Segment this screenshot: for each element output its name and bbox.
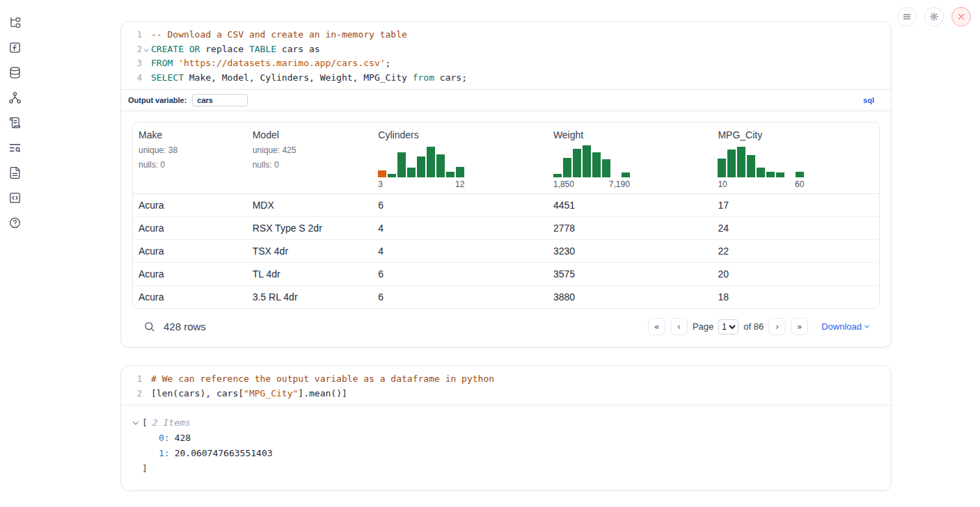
table-cell: 2778 bbox=[548, 217, 713, 239]
output-tree: [ 2 Items 0: 428 1: 20.060747663551403 ] bbox=[121, 405, 891, 490]
weight-histogram: 1,8507,190 bbox=[553, 145, 630, 189]
datasources-icon[interactable] bbox=[7, 65, 22, 80]
help-icon[interactable] bbox=[7, 215, 22, 230]
column-header-mpg-city[interactable]: MPG_City 1060 bbox=[712, 122, 879, 193]
search-icon[interactable] bbox=[143, 321, 155, 332]
histogram-bar bbox=[553, 174, 562, 177]
histogram-bar bbox=[727, 150, 736, 177]
table-cell: 6 bbox=[372, 263, 548, 285]
table-cell: 3575 bbox=[548, 263, 713, 285]
last-page-button[interactable]: » bbox=[791, 318, 808, 335]
table-cell: RSX Type S 2dr bbox=[247, 217, 373, 239]
pagination: « ‹ Page 1 of 86 › » Download bbox=[648, 318, 869, 335]
download-button[interactable]: Download bbox=[821, 321, 869, 332]
histogram-bar bbox=[573, 149, 581, 177]
cylinders-histogram: 312 bbox=[378, 145, 464, 189]
histogram-bar bbox=[378, 170, 386, 177]
line-number: 3 bbox=[121, 56, 142, 71]
table-cell: 20 bbox=[712, 263, 879, 285]
histogram-bar bbox=[592, 152, 601, 177]
histogram-bar bbox=[563, 158, 571, 177]
column-header-model[interactable]: Model unique: 425 nulls: 0 bbox=[247, 122, 373, 193]
histogram-min-label: 1,850 bbox=[553, 179, 574, 189]
table-cell: 24 bbox=[712, 217, 879, 239]
file-tree-icon[interactable] bbox=[7, 15, 22, 30]
table-footer: 428 rows « ‹ Page 1 of 86 › » Download bbox=[132, 309, 880, 347]
next-page-button[interactable]: › bbox=[768, 318, 786, 335]
documentation-icon[interactable] bbox=[7, 165, 22, 180]
sidebar bbox=[0, 0, 29, 507]
table-cell: 6 bbox=[372, 194, 548, 216]
scratchpad-icon[interactable] bbox=[7, 40, 22, 55]
table-cell: 22 bbox=[712, 240, 879, 262]
gear-icon bbox=[929, 12, 939, 22]
prev-page-button[interactable]: ‹ bbox=[670, 318, 688, 335]
python-code[interactable]: 1# We can reference the output variable … bbox=[121, 366, 891, 405]
table-cell: 3.5 RL 4dr bbox=[247, 286, 373, 308]
dependency-graph-icon[interactable] bbox=[7, 90, 22, 105]
histogram-bar bbox=[436, 154, 445, 177]
histogram-bar bbox=[417, 156, 425, 177]
table-cell: 4451 bbox=[548, 194, 713, 216]
fold-chevron-icon[interactable] bbox=[144, 47, 148, 51]
menu-button[interactable] bbox=[897, 7, 917, 26]
column-header-cylinders[interactable]: Cylinders 312 bbox=[372, 122, 548, 193]
tree-entry: 0: 428 bbox=[134, 430, 880, 446]
line-number: 2 bbox=[121, 387, 142, 401]
output-variable-row: Output variable: sql bbox=[121, 89, 891, 111]
table-row[interactable]: AcuraTL 4dr6357520 bbox=[133, 263, 879, 286]
menu-icon bbox=[902, 12, 912, 22]
close-bracket: ] bbox=[142, 461, 148, 476]
table-output: Make unique: 38 nulls: 0 Model unique: 4… bbox=[121, 111, 891, 347]
page-total: of 86 bbox=[743, 321, 764, 332]
close-button[interactable] bbox=[951, 7, 971, 26]
sql-code[interactable]: 1-- Download a CSV and create an in-memo… bbox=[121, 22, 891, 89]
python-editor[interactable]: 1# We can reference the output variable … bbox=[121, 366, 891, 405]
line-number: 2 bbox=[121, 42, 142, 57]
histogram-bar bbox=[456, 167, 464, 177]
histogram-bar bbox=[766, 172, 775, 177]
page-select[interactable]: 1 bbox=[718, 319, 738, 335]
table-cell: 18 bbox=[712, 286, 879, 308]
table-row[interactable]: AcuraMDX6445117 bbox=[133, 194, 879, 217]
histogram-min-label: 10 bbox=[718, 179, 727, 189]
table-cell: 17 bbox=[712, 194, 879, 216]
line-number: 4 bbox=[121, 71, 142, 86]
settings-button[interactable] bbox=[924, 7, 944, 26]
table-of-contents-search-icon[interactable] bbox=[7, 140, 22, 155]
line-number: 1 bbox=[121, 28, 142, 42]
table-cell: 4 bbox=[372, 240, 548, 262]
data-table: Make unique: 38 nulls: 0 Model unique: 4… bbox=[132, 122, 880, 309]
histogram-bar bbox=[622, 172, 630, 177]
table-cell: 6 bbox=[372, 286, 548, 308]
sql-editor[interactable]: 1-- Download a CSV and create an in-memo… bbox=[121, 22, 891, 111]
column-header-weight[interactable]: Weight 1,8507,190 bbox=[548, 122, 713, 193]
histogram-bar bbox=[602, 159, 610, 177]
output-variable-label: Output variable: bbox=[128, 96, 187, 104]
sql-cell: 1-- Download a CSV and create an in-memo… bbox=[120, 21, 892, 348]
first-page-button[interactable]: « bbox=[648, 318, 665, 335]
mpg-city-histogram: 1060 bbox=[718, 145, 804, 189]
table-cell: Acura bbox=[133, 286, 247, 308]
language-badge: sql bbox=[863, 96, 874, 104]
histogram-max-label: 60 bbox=[795, 179, 804, 189]
table-row[interactable]: Acura3.5 RL 4dr6388018 bbox=[133, 286, 879, 308]
table-body: AcuraMDX6445117AcuraRSX Type S 2dr427782… bbox=[133, 194, 879, 308]
table-cell: Acura bbox=[133, 240, 247, 262]
notebook: 1-- Download a CSV and create an in-memo… bbox=[120, 21, 892, 491]
histogram-bar bbox=[583, 145, 591, 177]
table-row[interactable]: AcuraTSX 4dr4323022 bbox=[133, 240, 879, 263]
collapse-chevron-icon[interactable] bbox=[134, 421, 142, 425]
output-variable-input[interactable] bbox=[192, 94, 248, 106]
snippets-icon[interactable] bbox=[7, 190, 22, 205]
table-row[interactable]: AcuraRSX Type S 2dr4277824 bbox=[133, 217, 879, 240]
histogram-bar bbox=[397, 152, 406, 177]
table-cell: TL 4dr bbox=[247, 263, 373, 285]
histogram-bar bbox=[407, 168, 416, 177]
line-number: 1 bbox=[121, 372, 142, 387]
column-header-make[interactable]: Make unique: 38 nulls: 0 bbox=[133, 122, 247, 193]
logs-icon[interactable] bbox=[7, 115, 22, 130]
table-cell: Acura bbox=[133, 263, 247, 285]
table-cell: 4 bbox=[372, 217, 548, 239]
table-cell: 3230 bbox=[548, 240, 713, 262]
